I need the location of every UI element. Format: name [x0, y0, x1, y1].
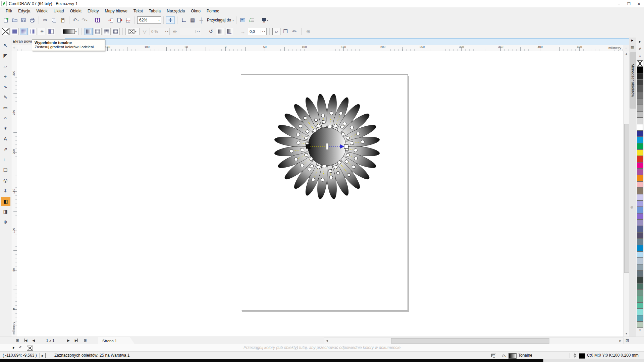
vertical-scrollbar[interactable]: ▲ ▼ [623, 51, 629, 337]
swatch-6f9787[interactable] [637, 290, 643, 296]
swatch-bfbfbf[interactable] [637, 111, 643, 118]
horizontal-scroll-thumb[interactable] [391, 338, 549, 344]
drawing-canvas[interactable] [17, 51, 623, 337]
menu-okno[interactable]: Okno [188, 8, 204, 14]
swatch-000000[interactable] [637, 67, 643, 73]
uniform-fill-button[interactable] [11, 28, 19, 35]
menu-efekty[interactable]: Efekty [85, 8, 102, 14]
edit-fill-button[interactable]: ✏ [290, 27, 299, 36]
palette-flyout-arrow[interactable]: ▶ [636, 40, 644, 43]
fill-status-swatch[interactable] [508, 353, 517, 359]
zoom-level-combobox[interactable]: 62% ▾ [137, 16, 161, 24]
swatch-0b9ed9[interactable] [637, 137, 643, 143]
smart-fill-tool[interactable]: ◨ [1, 207, 10, 216]
horizontal-scrollbar[interactable]: ◀ ▶ [324, 338, 624, 344]
show-rulers-button[interactable] [180, 16, 188, 24]
artistic-media-tool[interactable]: ✎ [1, 93, 10, 102]
pattern-fill-button[interactable] [29, 28, 37, 35]
drop-shadow-tool[interactable]: ❏ [1, 166, 10, 174]
smooth-transition-button[interactable] [216, 28, 224, 35]
swatch-b5ddf5[interactable] [637, 251, 643, 258]
checklist-icon[interactable] [248, 16, 256, 24]
menu-mapy-bitowe[interactable]: Mapy bitowe [102, 8, 130, 14]
shape-tool[interactable]: ◤ [1, 51, 10, 60]
swatch-394440[interactable] [637, 277, 643, 283]
swatch-a9519f[interactable] [637, 169, 643, 175]
swatch-cdc9ee[interactable] [637, 194, 643, 200]
swatch-2e3192[interactable] [637, 130, 643, 137]
rectangular-fountain-button[interactable] [112, 28, 120, 35]
cut-button[interactable]: ✂ [41, 16, 49, 24]
status-flyout-button[interactable]: ▶ [40, 353, 46, 358]
linear-fountain-button[interactable] [85, 28, 93, 35]
offset-stepper[interactable]: 0,0 ▲▼ [248, 28, 267, 35]
swatch-a7a2e2[interactable] [637, 200, 643, 207]
swatch-ec008c[interactable] [637, 162, 643, 169]
fullscreen-preview-button[interactable]: ▾ [261, 16, 269, 24]
flower-drawing[interactable] [17, 51, 623, 337]
outline-color-swatch[interactable] [579, 353, 585, 359]
scroll-down-arrow[interactable]: ▼ [624, 331, 629, 337]
rectangle-tool[interactable]: ▭ [1, 103, 10, 112]
swatch-404040[interactable] [637, 79, 643, 86]
swatch-8a68cf[interactable] [637, 213, 643, 220]
connector-tool[interactable]: ∟ [1, 155, 10, 164]
purple-h-icon[interactable] [94, 16, 102, 24]
snap-settings-icon[interactable]: ┼ [197, 16, 205, 24]
close-button[interactable]: ✕ [634, 0, 644, 7]
color-eyedropper-tool[interactable]: ↧ [1, 186, 10, 195]
node-color-dropdown[interactable]: ▾ [125, 28, 140, 35]
docker-expand-icon[interactable]: ⊕ [630, 205, 633, 209]
spin-arrows[interactable]: ▲▼ [164, 30, 169, 33]
swatch-64a88e[interactable] [637, 296, 643, 302]
menu-tabela[interactable]: Tabela [146, 8, 164, 14]
scroll-left-arrow[interactable]: ◀ [324, 338, 330, 343]
vertical-ruler[interactable]: milimetry 300250200150100500 [11, 51, 17, 337]
no-fill-button[interactable] [2, 28, 10, 35]
palette-scroll-up[interactable]: ∧ [636, 54, 644, 58]
menu-widok[interactable]: Widok [33, 8, 50, 14]
add-page-button-2[interactable]: ⊞ [83, 338, 88, 343]
swatch-595959[interactable] [637, 86, 643, 92]
text-tool[interactable]: A [1, 134, 10, 143]
elliptical-fountain-button[interactable] [94, 28, 102, 35]
reverse-fill-button[interactable]: ↺ [207, 27, 215, 36]
print-button[interactable] [28, 16, 36, 24]
first-page-button[interactable]: ◀ [23, 338, 28, 343]
paste-button[interactable] [59, 16, 67, 24]
spin-arrows[interactable]: ▲▼ [195, 30, 201, 33]
swatch-64727a[interactable] [637, 270, 643, 277]
minimize-button[interactable]: – [614, 0, 624, 7]
swatch-6b8290[interactable] [637, 239, 643, 245]
menu-plik[interactable]: Plik [3, 8, 15, 14]
menu-narzędzia[interactable]: Narzędzia [164, 8, 188, 14]
swatch-d9d9d9[interactable] [637, 118, 643, 124]
vertical-scroll-thumb[interactable] [624, 124, 629, 273]
next-page-button[interactable]: ▶ [66, 338, 71, 343]
page-tab-strona-1[interactable]: Strona 1 [98, 337, 135, 344]
swatch-56618f[interactable] [637, 226, 643, 232]
swatch-5ba9b5[interactable] [637, 315, 643, 321]
fill-picker-dropdown[interactable]: ▾ [61, 28, 79, 35]
swatch-a6a6a6[interactable] [637, 105, 643, 111]
swatch-4b7265[interactable] [637, 283, 643, 290]
swatch-8c8c8c[interactable] [637, 99, 643, 105]
interactive-fill-tool[interactable]: ◧ [1, 197, 10, 206]
swatch-none[interactable] [637, 60, 643, 67]
add-tool-button[interactable]: ⊕ [1, 218, 10, 226]
swatch-f6e224[interactable] [637, 149, 643, 156]
zoom-to-page-button[interactable]: ✛ [166, 16, 175, 24]
node-transparency-stepper[interactable]: 0 % ▲▼ [150, 28, 170, 35]
restore-button[interactable]: ❐ [624, 0, 634, 7]
swatch-554e6b[interactable] [637, 232, 643, 239]
polygon-tool[interactable]: ✶ [1, 124, 10, 133]
swatch-ef8a13[interactable] [637, 175, 643, 181]
docker-flyout-arrow[interactable]: ▶ [631, 39, 633, 42]
swatch-bac8d6[interactable] [637, 258, 643, 264]
swatch-ffffff[interactable] [637, 124, 643, 130]
options-icon[interactable] [239, 16, 247, 24]
freehand-tool[interactable]: ∿ [1, 82, 10, 91]
acceleration-button[interactable] [225, 28, 233, 35]
palette-eyedropper-icon[interactable]: ✐ [636, 47, 644, 51]
last-page-button[interactable]: ▶ [74, 338, 79, 343]
